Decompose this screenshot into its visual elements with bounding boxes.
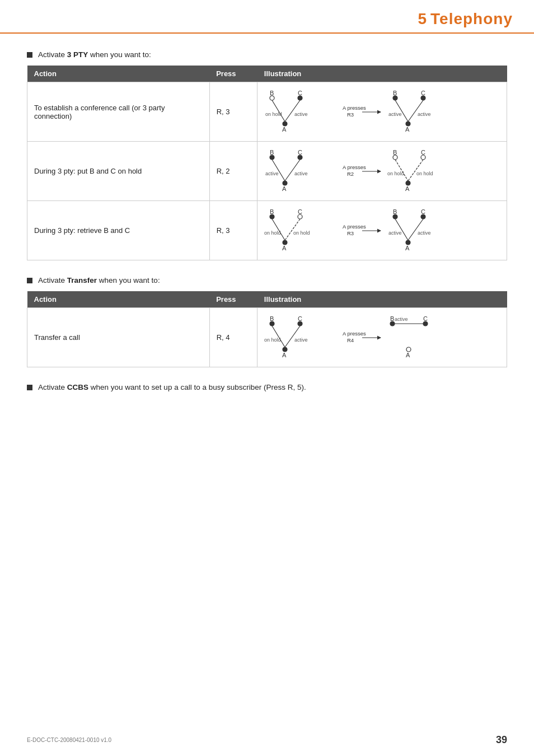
svg-text:on hold: on hold — [264, 337, 281, 343]
section-3pty: Activate 3 PTY when you want to: Action … — [27, 50, 507, 260]
transfer-row-illus: B C A on hold active — [257, 308, 507, 367]
section-3pty-label: Activate 3 PTY when you want to: — [27, 50, 507, 59]
th-press: Press — [209, 66, 257, 82]
svg-point-26 — [298, 155, 302, 160]
bullet-icon-ccbs — [27, 385, 32, 390]
svg-point-62 — [421, 214, 425, 219]
svg-point-49 — [298, 214, 302, 219]
table-transfer: Action Press Illustration Transfer a cal… — [27, 291, 507, 367]
svg-text:C: C — [421, 208, 425, 215]
diag-left-transfer: B C A on hold active — [264, 314, 337, 361]
diag-right-retrieve: B C A active active — [387, 207, 460, 254]
svg-text:B: B — [270, 149, 274, 156]
arrow-label-establish: A presses R3 — [343, 104, 382, 120]
svg-text:A: A — [405, 245, 410, 251]
svg-point-6 — [283, 122, 287, 126]
svg-line-50 — [272, 219, 285, 240]
svg-line-74 — [285, 326, 300, 347]
arrow-label-transfer: A presses R4 — [343, 329, 382, 346]
svg-point-47 — [270, 214, 274, 219]
svg-line-73 — [272, 326, 285, 347]
illus-transfer: B C A on hold active — [264, 314, 500, 361]
svg-point-16 — [421, 96, 425, 100]
svg-point-60 — [393, 214, 397, 219]
doc-id: E-DOC-CTC-20080421-0010 v1.0 — [27, 737, 111, 743]
table-row: Transfer a call R, 4 B C — [27, 308, 507, 367]
svg-text:B: B — [390, 315, 394, 322]
row2-action: During 3 pty: put B and C on hold — [27, 142, 210, 201]
svg-point-3 — [298, 96, 302, 100]
page-footer: E-DOC-CTC-20080421-0010 v1.0 39 — [27, 734, 507, 746]
section-ccbs-label: Activate CCBS when you want to set up a … — [27, 383, 507, 391]
svg-text:C: C — [423, 315, 428, 322]
svg-point-83 — [390, 321, 395, 326]
svg-point-72 — [298, 321, 302, 326]
svg-text:active: active — [294, 171, 308, 176]
svg-text:C: C — [421, 90, 425, 96]
th-press-transfer: Press — [209, 291, 257, 308]
diag-right-establish: B C A active active — [387, 88, 460, 136]
svg-text:B: B — [393, 208, 397, 215]
table-row: During 3 pty: retrieve B and C R, 3 B C — [27, 201, 507, 260]
svg-point-65 — [406, 240, 410, 245]
th-illustration: Illustration — [257, 66, 507, 82]
svg-text:R4: R4 — [347, 337, 354, 343]
illus-3pty-hold: B C A active active — [264, 147, 500, 195]
svg-line-17 — [395, 100, 408, 122]
svg-text:C: C — [298, 315, 302, 322]
table-row: During 3 pty: put B and C on hold R, 2 B… — [27, 142, 507, 201]
svg-text:A: A — [282, 185, 287, 192]
svg-line-5 — [285, 100, 300, 122]
svg-text:on hold: on hold — [264, 230, 281, 236]
page-header: 5Telephony — [0, 0, 534, 34]
svg-text:on hold: on hold — [387, 171, 404, 176]
svg-text:on hold: on hold — [265, 111, 282, 117]
svg-text:B: B — [393, 90, 397, 96]
svg-text:active: active — [418, 230, 431, 236]
svg-line-28 — [285, 160, 300, 181]
page-number: 39 — [496, 734, 507, 746]
row3-action: During 3 pty: retrieve B and C — [27, 201, 210, 260]
svg-line-41 — [408, 160, 423, 181]
svg-text:A presses: A presses — [343, 330, 366, 337]
svg-text:C: C — [298, 90, 302, 96]
table-3pty: Action Press Illustration To establish a… — [27, 66, 507, 260]
row1-press: R, 3 — [209, 82, 257, 142]
svg-point-86 — [423, 321, 428, 326]
svg-text:A: A — [405, 126, 410, 133]
svg-point-70 — [270, 321, 274, 326]
row2-illus: B C A active active — [257, 142, 507, 201]
row3-press: R, 3 — [209, 201, 257, 260]
page-title: 5Telephony — [418, 10, 516, 28]
svg-text:A: A — [406, 352, 410, 358]
diag-left-establish: B C A — [264, 88, 337, 136]
svg-text:B: B — [393, 149, 397, 156]
svg-text:C: C — [298, 149, 302, 156]
svg-line-18 — [408, 100, 423, 122]
svg-line-4 — [272, 100, 285, 122]
row1-illus: B C A — [257, 82, 507, 142]
svg-point-42 — [406, 181, 410, 185]
diag-right-transfer: B active C A — [387, 314, 460, 361]
svg-text:active: active — [294, 111, 308, 117]
svg-text:A: A — [282, 126, 287, 133]
svg-text:A: A — [282, 245, 287, 251]
svg-text:R3: R3 — [347, 230, 354, 236]
svg-point-19 — [406, 122, 410, 126]
svg-text:B: B — [270, 90, 274, 96]
svg-line-64 — [408, 219, 423, 240]
transfer-row-press: R, 4 — [209, 308, 257, 367]
svg-point-1 — [270, 96, 274, 100]
svg-point-87 — [406, 347, 411, 352]
row2-press: R, 2 — [209, 142, 257, 201]
svg-text:active: active — [388, 111, 402, 117]
svg-text:active: active — [265, 171, 279, 176]
arrow-label-retrieve: A presses R3 — [343, 222, 382, 239]
svg-point-37 — [393, 155, 397, 160]
svg-text:B: B — [270, 315, 274, 322]
svg-text:A: A — [282, 352, 287, 358]
svg-point-29 — [283, 181, 287, 185]
svg-text:A presses: A presses — [343, 105, 366, 111]
illus-3pty-establish: B C A — [264, 88, 500, 136]
svg-text:active: active — [294, 337, 308, 343]
